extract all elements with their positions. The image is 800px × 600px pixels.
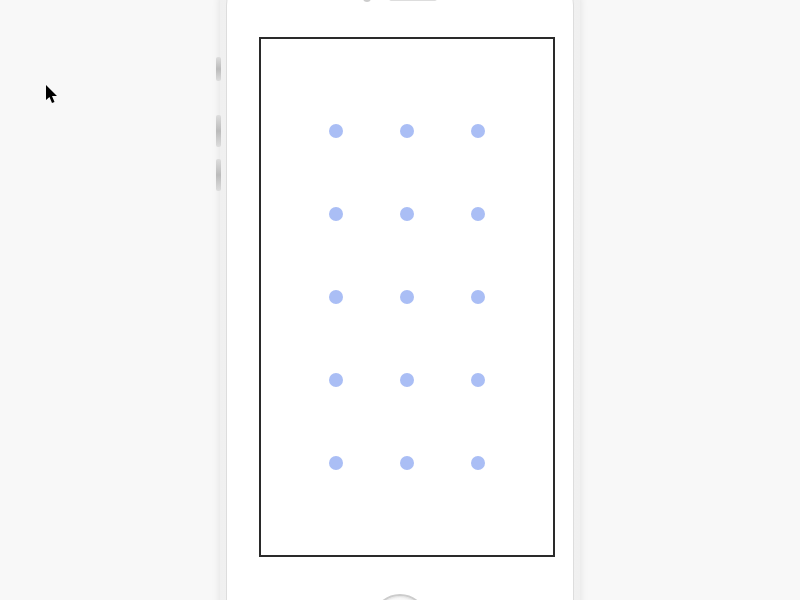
grid-dot-4-0[interactable] [329, 456, 343, 470]
grid-dot-0-0[interactable] [329, 124, 343, 138]
grid-dot-4-1[interactable] [400, 456, 414, 470]
grid-dot-2-1[interactable] [400, 290, 414, 304]
grid-dot-1-0[interactable] [329, 207, 343, 221]
speaker-grille [389, 0, 437, 1]
cursor-icon [46, 85, 60, 109]
grid-dot-2-2[interactable] [471, 290, 485, 304]
phone-top-sensors [340, 0, 460, 8]
grid-dot-4-2[interactable] [471, 456, 485, 470]
grid-dot-2-0[interactable] [329, 290, 343, 304]
grid-dot-1-2[interactable] [471, 207, 485, 221]
grid-dot-3-0[interactable] [329, 373, 343, 387]
mute-switch[interactable] [216, 57, 221, 81]
grid-dot-0-1[interactable] [400, 124, 414, 138]
volume-up-button[interactable] [216, 115, 221, 147]
phone-screen [259, 37, 555, 557]
grid-dot-0-2[interactable] [471, 124, 485, 138]
grid-dot-1-1[interactable] [400, 207, 414, 221]
pattern-dot-grid[interactable] [261, 39, 553, 555]
camera-icon [363, 0, 371, 2]
grid-dot-3-2[interactable] [471, 373, 485, 387]
grid-dot-3-1[interactable] [400, 373, 414, 387]
phone-device-frame [220, 0, 580, 600]
phone-bezel [226, 0, 574, 600]
home-button[interactable] [372, 594, 428, 600]
volume-down-button[interactable] [216, 159, 221, 191]
